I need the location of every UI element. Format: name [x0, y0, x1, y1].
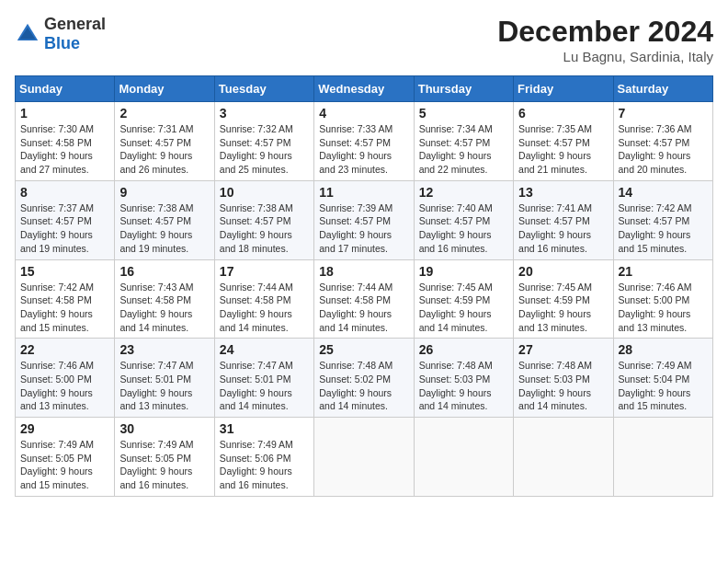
- logo-text: General Blue: [44, 15, 106, 53]
- calendar-week-2: 8 Sunrise: 7:37 AM Sunset: 4:57 PM Dayli…: [16, 180, 713, 259]
- header-thursday: Thursday: [414, 76, 513, 102]
- location: Lu Bagnu, Sardinia, Italy: [497, 49, 713, 64]
- month-title: December 2024: [497, 15, 713, 49]
- calendar-cell: 28 Sunrise: 7:49 AM Sunset: 5:04 PM Dayl…: [613, 339, 712, 418]
- header-monday: Monday: [115, 76, 214, 102]
- logo-blue: Blue: [44, 34, 80, 52]
- header-saturday: Saturday: [613, 76, 712, 102]
- header-tuesday: Tuesday: [214, 76, 313, 102]
- calendar-cell: 27 Sunrise: 7:48 AM Sunset: 5:03 PM Dayl…: [514, 339, 613, 418]
- calendar-cell: 19 Sunrise: 7:45 AM Sunset: 4:59 PM Dayl…: [414, 259, 513, 339]
- logo: General Blue: [15, 15, 106, 53]
- calendar: Sunday Monday Tuesday Wednesday Thursday…: [15, 75, 713, 497]
- calendar-cell: 5 Sunrise: 7:34 AM Sunset: 4:57 PM Dayli…: [414, 102, 513, 181]
- calendar-cell: 26 Sunrise: 7:48 AM Sunset: 5:03 PM Dayl…: [414, 339, 513, 418]
- calendar-cell: 31 Sunrise: 7:49 AM Sunset: 5:06 PM Dayl…: [214, 418, 313, 497]
- calendar-cell: 17 Sunrise: 7:44 AM Sunset: 4:58 PM Dayl…: [214, 259, 313, 339]
- calendar-cell: [514, 418, 613, 497]
- calendar-cell: 16 Sunrise: 7:43 AM Sunset: 4:58 PM Dayl…: [115, 259, 214, 339]
- calendar-cell: 12 Sunrise: 7:40 AM Sunset: 4:57 PM Dayl…: [414, 180, 513, 259]
- calendar-cell: 9 Sunrise: 7:38 AM Sunset: 4:57 PM Dayli…: [115, 180, 214, 259]
- calendar-cell: [414, 418, 513, 497]
- calendar-cell: 6 Sunrise: 7:35 AM Sunset: 4:57 PM Dayli…: [514, 102, 613, 181]
- calendar-cell: 11 Sunrise: 7:39 AM Sunset: 4:57 PM Dayl…: [314, 180, 414, 259]
- calendar-week-4: 22 Sunrise: 7:46 AM Sunset: 5:00 PM Dayl…: [16, 339, 713, 418]
- calendar-cell: 7 Sunrise: 7:36 AM Sunset: 4:57 PM Dayli…: [613, 102, 712, 181]
- calendar-cell: 25 Sunrise: 7:48 AM Sunset: 5:02 PM Dayl…: [314, 339, 414, 418]
- logo-icon: [15, 21, 40, 47]
- title-block: December 2024 Lu Bagnu, Sardinia, Italy: [497, 15, 713, 64]
- calendar-week-1: 1 Sunrise: 7:30 AM Sunset: 4:58 PM Dayli…: [16, 102, 713, 181]
- calendar-cell: 8 Sunrise: 7:37 AM Sunset: 4:57 PM Dayli…: [16, 180, 115, 259]
- header-friday: Friday: [514, 76, 613, 102]
- calendar-cell: 4 Sunrise: 7:33 AM Sunset: 4:57 PM Dayli…: [314, 102, 414, 181]
- calendar-week-5: 29 Sunrise: 7:49 AM Sunset: 5:05 PM Dayl…: [16, 418, 713, 497]
- calendar-cell: 24 Sunrise: 7:47 AM Sunset: 5:01 PM Dayl…: [214, 339, 313, 418]
- calendar-cell: 15 Sunrise: 7:42 AM Sunset: 4:58 PM Dayl…: [16, 259, 115, 339]
- calendar-week-3: 15 Sunrise: 7:42 AM Sunset: 4:58 PM Dayl…: [16, 259, 713, 339]
- calendar-cell: 20 Sunrise: 7:45 AM Sunset: 4:59 PM Dayl…: [514, 259, 613, 339]
- calendar-cell: 13 Sunrise: 7:41 AM Sunset: 4:57 PM Dayl…: [514, 180, 613, 259]
- calendar-cell: 2 Sunrise: 7:31 AM Sunset: 4:57 PM Dayli…: [115, 102, 214, 181]
- logo-general: General: [44, 15, 106, 33]
- header-wednesday: Wednesday: [314, 76, 414, 102]
- calendar-cell: 3 Sunrise: 7:32 AM Sunset: 4:57 PM Dayli…: [214, 102, 313, 181]
- calendar-cell: 22 Sunrise: 7:46 AM Sunset: 5:00 PM Dayl…: [16, 339, 115, 418]
- calendar-cell: 23 Sunrise: 7:47 AM Sunset: 5:01 PM Dayl…: [115, 339, 214, 418]
- calendar-header-row: Sunday Monday Tuesday Wednesday Thursday…: [16, 76, 713, 102]
- calendar-cell: 30 Sunrise: 7:49 AM Sunset: 5:05 PM Dayl…: [115, 418, 214, 497]
- calendar-cell: 21 Sunrise: 7:46 AM Sunset: 5:00 PM Dayl…: [613, 259, 712, 339]
- calendar-cell: [314, 418, 414, 497]
- calendar-cell: [613, 418, 712, 497]
- calendar-cell: 14 Sunrise: 7:42 AM Sunset: 4:57 PM Dayl…: [613, 180, 712, 259]
- calendar-cell: 10 Sunrise: 7:38 AM Sunset: 4:57 PM Dayl…: [214, 180, 313, 259]
- header-sunday: Sunday: [16, 76, 115, 102]
- page-header: General Blue December 2024 Lu Bagnu, Sar…: [15, 15, 713, 64]
- calendar-cell: 1 Sunrise: 7:30 AM Sunset: 4:58 PM Dayli…: [16, 102, 115, 181]
- calendar-cell: 18 Sunrise: 7:44 AM Sunset: 4:58 PM Dayl…: [314, 259, 414, 339]
- calendar-cell: 29 Sunrise: 7:49 AM Sunset: 5:05 PM Dayl…: [16, 418, 115, 497]
